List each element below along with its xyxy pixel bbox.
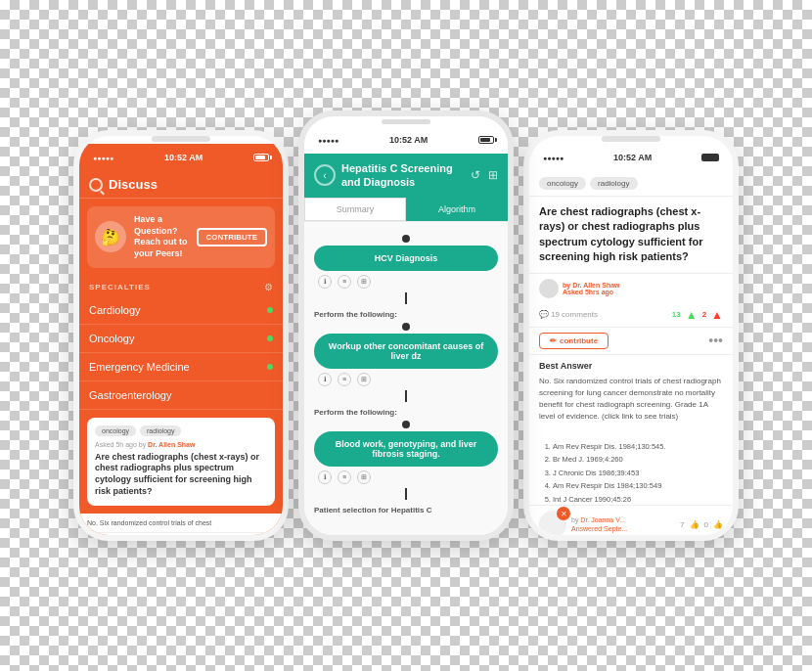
downvote-icon[interactable]: ▲ bbox=[711, 308, 723, 322]
phones-container: ●●●●● 10:52 AM Discuss 🤔 Have a Question… bbox=[20, 20, 792, 651]
right-phone-content: oncology radiology Are chest radiographs… bbox=[529, 171, 733, 541]
time-center: 10:52 AM bbox=[389, 135, 428, 145]
grid-icon-2[interactable]: ⊞ bbox=[357, 373, 371, 386]
connector-dot-2 bbox=[402, 323, 410, 331]
perform-label-2: Perform the following: bbox=[314, 408, 498, 417]
answer-upvote-icon[interactable]: 👍 bbox=[690, 520, 699, 529]
references-list: Am Rev Respir Dis. 1984;130:545. Br Med … bbox=[539, 440, 723, 505]
right-question: Are chest radiographs (chest x-rays) or … bbox=[529, 197, 733, 274]
search-bar[interactable]: Discuss bbox=[79, 171, 283, 199]
back-button[interactable]: ‹ bbox=[314, 164, 336, 186]
center-phone-inner: ‹ Hepatitis C Screening and Diagnosis ↺ … bbox=[304, 154, 508, 541]
answer-downvote-icon[interactable]: 👍 bbox=[713, 520, 723, 529]
author-right: Dr. Allen Shaw bbox=[572, 282, 619, 289]
status-bar-left: ●●●●● 10:52 AM bbox=[79, 144, 283, 171]
list-icon-3[interactable]: ≡ bbox=[338, 470, 351, 484]
battery-fill-center bbox=[480, 138, 490, 142]
contribute-button[interactable]: CONTRIBUTE bbox=[197, 228, 267, 246]
grid-icon[interactable]: ⊞ bbox=[488, 168, 498, 182]
best-answer-text: No. Six randomized control trials of che… bbox=[539, 376, 723, 423]
right-actions: ✏ contribute ••• bbox=[529, 328, 733, 355]
time-left: 10:52 AM bbox=[164, 153, 203, 162]
center-header: ‹ Hepatitis C Screening and Diagnosis ↺ … bbox=[304, 154, 508, 198]
list-icon-2[interactable]: ≡ bbox=[338, 373, 351, 386]
specialty-name-oncology: Oncology bbox=[89, 333, 134, 344]
status-bar-center: ●●●●● 10:52 AM bbox=[304, 126, 508, 154]
info-icon-1[interactable]: ℹ bbox=[318, 275, 332, 289]
question-text-left: Are chest radiographs (chest x-rays) or … bbox=[95, 452, 267, 498]
phone-notch-left bbox=[152, 136, 210, 142]
question-card-left[interactable]: oncology radiology Asked 5h ago by Dr. A… bbox=[87, 418, 275, 506]
answer-upvote-count: 7 bbox=[680, 520, 684, 529]
info-icon-2[interactable]: ℹ bbox=[318, 373, 332, 386]
battery-center bbox=[478, 136, 494, 144]
ref-3: J Chronic Dis 1986;39:453 bbox=[553, 467, 723, 480]
more-options-icon[interactable]: ••• bbox=[708, 333, 723, 348]
discuss-label: Discuss bbox=[109, 177, 158, 192]
search-icon bbox=[89, 178, 103, 192]
algo-node-bloodwork[interactable]: Blood work, genotyping, and liver fibros… bbox=[314, 431, 498, 467]
upvote-icon[interactable]: ▲ bbox=[686, 308, 698, 322]
node-4-label-container: Patient selection for Hepatitis C bbox=[314, 506, 498, 514]
nav-discuss[interactable]: 💬 Discuss bbox=[130, 537, 181, 541]
answer-preview-left: No. Six randomized control trials of che… bbox=[79, 514, 283, 532]
status-bar-right: ●●●●● 10:52 AM bbox=[529, 144, 733, 171]
algo-node-hcv[interactable]: HCV Diagnosis bbox=[314, 246, 498, 271]
signal-dots: ●●●●● bbox=[93, 155, 113, 161]
connector-line-2 bbox=[405, 390, 407, 402]
battery-icon-center bbox=[478, 136, 494, 144]
phone-right: ●●●●● 10:52 AM oncology radiology Are ch… bbox=[523, 130, 739, 541]
phone-notch-right bbox=[602, 136, 660, 142]
specialty-dot-oncology bbox=[267, 336, 273, 341]
algorithm-content: HCV Diagnosis ℹ ≡ ⊞ Perform the followin… bbox=[304, 222, 508, 541]
nav-home[interactable]: ⌂ Home bbox=[79, 537, 130, 541]
comment-count: 💬 19 comments bbox=[539, 310, 598, 319]
algo-node-workup[interactable]: Workup other concomitant causes of liver… bbox=[314, 334, 498, 369]
tab-row-center: Summary Algorithm bbox=[304, 198, 508, 222]
contribute-btn-right[interactable]: ✏ contribute bbox=[539, 333, 609, 349]
algo-icons-3: ℹ ≡ ⊞ bbox=[314, 470, 498, 484]
contribute-label-right: contribute bbox=[560, 336, 598, 345]
specialty-name-cardiology: Cardiology bbox=[89, 304, 141, 316]
comment-count-text: 19 comments bbox=[551, 310, 598, 319]
refresh-icon[interactable]: ↺ bbox=[471, 168, 480, 182]
page-title-center: Hepatitis C Screening and Diagnosis bbox=[341, 161, 465, 190]
node-3-container: Perform the following: Blood work, genot… bbox=[314, 408, 498, 500]
best-answer-section: Best Answer No. Six randomized control t… bbox=[529, 355, 733, 505]
promo-avatar: 🤔 bbox=[95, 221, 126, 252]
close-badge[interactable]: ✕ bbox=[557, 507, 570, 520]
asked-by-left: Asked 5h ago by Dr. Allen Shaw bbox=[95, 441, 267, 448]
tag-radiology-right: radiology bbox=[590, 177, 637, 190]
author-name-left: Dr. Allen Shaw bbox=[148, 441, 195, 448]
author-avatar-right bbox=[539, 279, 559, 298]
grid-icon-3[interactable]: ⊞ bbox=[357, 470, 371, 484]
time-right: 10:52 AM bbox=[613, 153, 652, 162]
gear-icon[interactable]: ⚙ bbox=[264, 282, 273, 292]
right-bottom: ✕ by Dr. Joanna V... Answered Septe... 7… bbox=[529, 505, 733, 541]
specialty-dot-emergency bbox=[267, 364, 273, 370]
tag-oncology-left: oncology bbox=[95, 425, 136, 436]
info-icon-3[interactable]: ℹ bbox=[318, 470, 332, 484]
list-icon-1[interactable]: ≡ bbox=[338, 275, 351, 289]
node-1-container: HCV Diagnosis ℹ ≡ ⊞ bbox=[314, 235, 498, 304]
specialty-emergency[interactable]: Emergency Medicine bbox=[79, 353, 283, 381]
specialty-cardiology[interactable]: Cardiology bbox=[79, 296, 283, 325]
promo-title: Have a Question? Reach out to your Peers… bbox=[134, 214, 189, 260]
nav-notifications[interactable]: 🔔 Notifications bbox=[181, 537, 232, 541]
tab-algorithm[interactable]: Algorithm bbox=[406, 198, 508, 221]
downvote-count: 2 bbox=[702, 310, 706, 319]
grid-icon-1[interactable]: ⊞ bbox=[357, 275, 371, 289]
home-icon: ⌂ bbox=[101, 539, 108, 541]
answerer-avatar: ✕ bbox=[539, 511, 566, 538]
battery-fill-left bbox=[255, 156, 265, 159]
comment-icon: 💬 bbox=[539, 310, 549, 319]
header-icons-center: ↺ ⊞ bbox=[471, 168, 498, 182]
battery-area-left bbox=[253, 154, 269, 161]
tab-summary[interactable]: Summary bbox=[304, 198, 406, 221]
connector-line-3 bbox=[405, 488, 407, 500]
specialty-oncology[interactable]: Oncology bbox=[79, 325, 283, 353]
specialty-gastro[interactable]: Gastroenterology bbox=[79, 381, 283, 410]
nav-profile[interactable]: 👤 Profile bbox=[232, 537, 283, 541]
answerer-name: Dr. Joanna V... bbox=[580, 516, 625, 523]
phone-left: ●●●●● 10:52 AM Discuss 🤔 Have a Question… bbox=[73, 130, 289, 541]
